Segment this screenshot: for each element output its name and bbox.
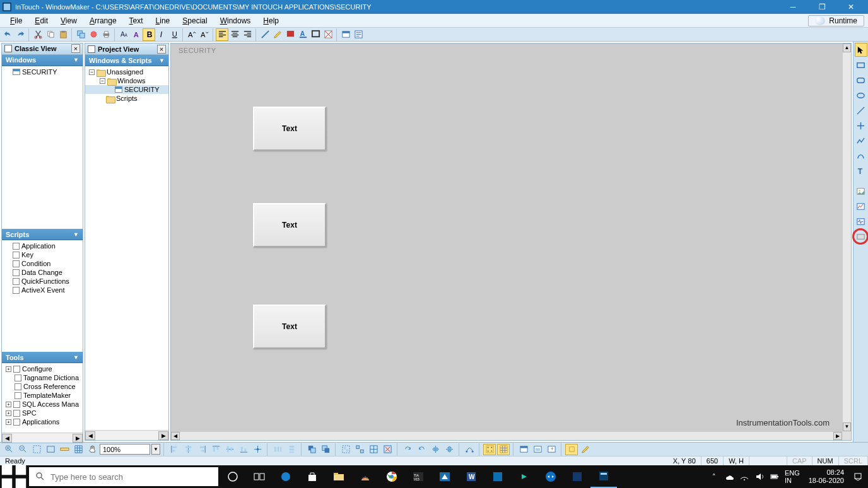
align-right-button[interactable] [241, 28, 254, 41]
polyline-tool[interactable] [855, 134, 867, 148]
align-middle-obj-icon[interactable] [223, 444, 236, 455]
notification-icon[interactable] [853, 472, 863, 482]
intouch-icon[interactable] [564, 465, 590, 488]
tool-item[interactable]: +SPC [2, 409, 83, 417]
font-grow-icon[interactable]: A [185, 28, 198, 41]
align-center-button[interactable] [228, 28, 241, 41]
search-input[interactable] [50, 472, 212, 482]
zoom-area-icon[interactable] [30, 444, 43, 455]
partial-view-icon[interactable] [531, 444, 544, 455]
script-item[interactable]: Application [2, 241, 83, 250]
line-tool[interactable] [855, 103, 867, 117]
align-right-obj-icon[interactable] [196, 444, 208, 455]
menu-file[interactable]: File [4, 15, 28, 26]
window-props-icon[interactable] [339, 28, 352, 41]
bitmap-tool[interactable] [855, 184, 867, 198]
cell-icon[interactable] [367, 444, 380, 455]
script-item[interactable]: ActiveX Event [2, 286, 83, 294]
tool-item[interactable]: Cross Reference [2, 382, 83, 391]
ungroup-icon[interactable] [353, 444, 366, 455]
snap-grid-icon[interactable] [483, 444, 496, 455]
tool-item[interactable]: +SQL Access Mana [2, 400, 83, 409]
menu-view[interactable]: View [54, 15, 83, 26]
tree-windows-node[interactable]: −Windows [85, 76, 168, 85]
bring-front-icon[interactable] [319, 444, 332, 455]
wonderware-icon[interactable] [484, 465, 511, 488]
onedrive-icon[interactable] [724, 472, 734, 482]
close-button[interactable]: ✕ [836, 1, 865, 13]
script-item[interactable]: Data Change [2, 268, 83, 277]
tia-icon[interactable]: TIAV15 [405, 465, 431, 488]
lang-2[interactable]: IN [785, 477, 800, 484]
menu-arrange[interactable]: Arrange [83, 15, 123, 26]
menu-line[interactable]: Line [150, 15, 177, 26]
classic-hscroll[interactable]: ◀▶ [2, 433, 83, 443]
rectangle-tool[interactable] [855, 58, 867, 72]
font-icon[interactable]: A [130, 28, 143, 41]
script-editor-icon[interactable] [352, 28, 365, 41]
tool-item[interactable]: Tagname Dictiona [2, 373, 83, 382]
flip-h-icon[interactable] [429, 444, 442, 455]
ortho-icon[interactable] [565, 444, 578, 455]
canvas-button-3[interactable]: Text [253, 305, 326, 349]
align-left-button[interactable] [216, 28, 228, 41]
paint3d-icon[interactable] [352, 465, 378, 488]
menu-text[interactable]: Text [123, 15, 150, 26]
flip-v-icon[interactable] [443, 444, 455, 455]
task-view-icon[interactable] [246, 465, 273, 488]
zoom-dropdown[interactable]: ▼ [151, 444, 160, 455]
text-color-icon[interactable]: A [296, 28, 309, 41]
hv-line-tool[interactable] [855, 119, 867, 132]
ellipse-tool[interactable] [855, 88, 867, 102]
grid-icon[interactable] [72, 444, 85, 455]
panel-close-button[interactable]: × [71, 44, 80, 53]
rotate-cw-icon[interactable] [401, 444, 414, 455]
reshape-icon[interactable] [463, 444, 476, 455]
menu-edit[interactable]: Edit [28, 15, 54, 26]
zoom-in-icon[interactable] [3, 444, 15, 455]
maximize-button[interactable]: ❐ [807, 1, 836, 13]
project-hscroll[interactable]: ◀▶ [85, 430, 168, 440]
tray-chevron-icon[interactable]: ˄ [709, 472, 719, 482]
send-back-icon[interactable] [305, 444, 318, 455]
rounded-rect-tool[interactable] [855, 73, 867, 87]
start-button[interactable] [0, 465, 28, 488]
selection-tool[interactable] [855, 43, 867, 57]
font-shrink-icon[interactable]: A [198, 28, 211, 41]
button-tool[interactable] [855, 229, 867, 243]
clock-date[interactable]: 18-06-2020 [809, 477, 844, 485]
windowmaker-icon[interactable] [590, 465, 617, 488]
show-grid-icon[interactable] [497, 444, 510, 455]
cut-icon[interactable] [32, 28, 44, 41]
duplicate-icon[interactable] [74, 28, 87, 41]
tool-item[interactable]: TemplateMaker [2, 391, 83, 400]
clock-time[interactable]: 08:24 [809, 468, 844, 477]
menu-help[interactable]: Help [257, 15, 285, 26]
script-item[interactable]: Condition [2, 259, 83, 268]
text-tool[interactable]: T [855, 164, 867, 178]
script-item[interactable]: QuickFunctions [2, 277, 83, 286]
pan-tool-icon[interactable] [86, 444, 98, 455]
teamviewer-icon[interactable] [537, 465, 564, 488]
align-left-obj-icon[interactable] [168, 444, 180, 455]
group-icon[interactable] [339, 444, 352, 455]
script-item[interactable]: Key [2, 250, 83, 259]
panel-close-button[interactable]: × [157, 45, 166, 54]
network-icon[interactable] [739, 472, 749, 482]
windows-scripts-header[interactable]: Windows & Scripts▼ [85, 55, 168, 66]
distribute-v-icon[interactable] [285, 444, 298, 455]
canvas-button-2[interactable]: Text [253, 203, 326, 247]
scripts-section-header[interactable]: Scripts▼ [2, 229, 83, 240]
windows-section-header[interactable]: Windows▼ [2, 55, 83, 66]
word-icon[interactable]: W [458, 465, 484, 488]
line-nocolor-icon[interactable] [259, 28, 271, 41]
tool-item[interactable]: +Configure [2, 364, 83, 373]
battery-icon[interactable] [770, 472, 780, 482]
design-canvas[interactable]: SECURITY Text Text Text InstrumentationT… [171, 44, 842, 440]
volume-icon[interactable] [754, 472, 765, 482]
pen-icon[interactable] [271, 28, 284, 41]
edit-props-icon[interactable] [579, 444, 592, 455]
window-item-security[interactable]: SECURITY [2, 67, 83, 76]
lang-1[interactable]: ENG [785, 469, 800, 477]
menu-windows[interactable]: Windows [214, 15, 257, 26]
